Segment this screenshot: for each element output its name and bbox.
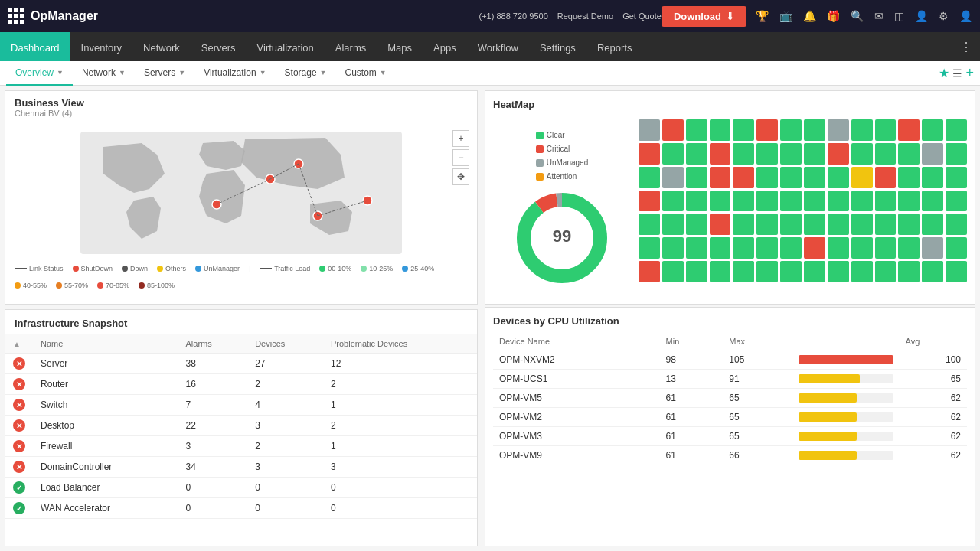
heatmap-cell[interactable] <box>804 167 825 188</box>
phone-number[interactable]: (+1) 888 720 9500 <box>479 11 548 21</box>
heatmap-cell[interactable] <box>780 261 802 282</box>
heatmap-cell[interactable] <box>875 191 897 212</box>
heatmap-cell[interactable] <box>639 143 660 165</box>
table-row[interactable]: OPM-NXVM2 98 105 100 <box>493 350 967 370</box>
settings-icon[interactable]: ⚙ <box>939 10 949 22</box>
subnav-list-icon[interactable]: ☰ <box>952 67 962 80</box>
subnav-network[interactable]: Network▼ <box>73 61 135 86</box>
heatmap-cell[interactable] <box>828 143 849 165</box>
heatmap-cell[interactable] <box>828 214 849 235</box>
heatmap-cell[interactable] <box>946 261 967 282</box>
heatmap-cell[interactable] <box>875 261 897 282</box>
heatmap-cell[interactable] <box>686 261 707 282</box>
heatmap-cell[interactable] <box>733 237 754 259</box>
table-row[interactable]: ✕ Router 16 2 2 <box>5 374 477 395</box>
heatmap-cell[interactable] <box>639 214 660 235</box>
bell-icon[interactable]: 🔔 <box>803 10 816 22</box>
heatmap-cell[interactable] <box>946 191 967 212</box>
heatmap-cell[interactable] <box>756 167 778 188</box>
heatmap-cell[interactable] <box>851 119 873 141</box>
map-zoom-out-button[interactable]: − <box>452 149 469 166</box>
map-fullscreen-button[interactable]: ✥ <box>452 168 469 185</box>
heatmap-cell[interactable] <box>804 119 825 141</box>
heatmap-cell[interactable] <box>946 214 967 235</box>
heatmap-cell[interactable] <box>686 191 707 212</box>
heatmap-cell[interactable] <box>851 214 873 235</box>
nav-network[interactable]: Network <box>132 32 191 61</box>
heatmap-cell[interactable] <box>804 191 825 212</box>
search-icon[interactable]: 🔍 <box>851 10 864 22</box>
heatmap-cell[interactable] <box>804 261 825 282</box>
heatmap-cell[interactable] <box>710 167 731 188</box>
heatmap-cell[interactable] <box>828 119 849 141</box>
table-row[interactable]: ✕ DomainController 34 3 3 <box>5 457 477 478</box>
heatmap-cell[interactable] <box>780 191 802 212</box>
nav-alarms[interactable]: Alarms <box>325 32 377 61</box>
heatmap-cell[interactable] <box>851 237 873 259</box>
nav-more-button[interactable]: ⋮ <box>952 40 980 54</box>
heatmap-cell[interactable] <box>946 237 967 259</box>
heatmap-cell[interactable] <box>898 167 920 188</box>
heatmap-cell[interactable] <box>946 119 967 141</box>
heatmap-cell[interactable] <box>851 261 873 282</box>
heatmap-cell[interactable] <box>898 214 920 235</box>
heatmap-cell[interactable] <box>733 214 754 235</box>
subnav-storage[interactable]: Storage▼ <box>276 61 336 86</box>
subnav-custom[interactable]: Custom▼ <box>336 61 396 86</box>
table-row[interactable]: OPM-VM5 61 65 62 <box>493 389 967 408</box>
heatmap-cell[interactable] <box>756 237 778 259</box>
heatmap-cell[interactable] <box>639 261 660 282</box>
table-row[interactable]: OPM-VM2 61 65 62 <box>493 408 967 427</box>
heatmap-cell[interactable] <box>922 261 943 282</box>
nav-servers[interactable]: Servers <box>191 32 247 61</box>
heatmap-cell[interactable] <box>662 143 684 165</box>
notification-icon[interactable]: ✉ <box>874 10 884 22</box>
heatmap-cell[interactable] <box>686 143 707 165</box>
table-row[interactable]: ✓ Load Balancer 0 0 0 <box>5 478 477 498</box>
heatmap-cell[interactable] <box>686 237 707 259</box>
heatmap-cell[interactable] <box>662 261 684 282</box>
col-alarms[interactable]: Alarms <box>178 334 248 354</box>
subnav-virtualization[interactable]: Virtualization▼ <box>194 61 275 86</box>
map-zoom-in-button[interactable]: + <box>452 130 469 147</box>
heatmap-cell[interactable] <box>662 237 684 259</box>
heatmap-cell[interactable] <box>875 143 897 165</box>
heatmap-cell[interactable] <box>756 119 778 141</box>
heatmap-cell[interactable] <box>710 261 731 282</box>
nav-reports[interactable]: Reports <box>586 32 643 61</box>
monitor-icon[interactable]: 📺 <box>779 10 792 22</box>
heatmap-cell[interactable] <box>710 143 731 165</box>
table-row[interactable]: ✕ Switch 7 4 1 <box>5 395 477 416</box>
subnav-star-icon[interactable]: ★ <box>939 66 949 80</box>
heatmap-cell[interactable] <box>710 119 731 141</box>
heatmap-cell[interactable] <box>946 167 967 188</box>
heatmap-cell[interactable] <box>851 143 873 165</box>
heatmap-cell[interactable] <box>733 191 754 212</box>
heatmap-cell[interactable] <box>922 191 943 212</box>
user-icon[interactable]: 👤 <box>915 10 928 22</box>
heatmap-cell[interactable] <box>875 214 897 235</box>
heatmap-cell[interactable] <box>662 167 684 188</box>
heatmap-cell[interactable] <box>756 143 778 165</box>
heatmap-cell[interactable] <box>756 214 778 235</box>
subnav-servers[interactable]: Servers▼ <box>135 61 194 86</box>
nav-virtualization[interactable]: Virtualization <box>247 32 325 61</box>
heatmap-cell[interactable] <box>780 214 802 235</box>
heatmap-cell[interactable] <box>898 143 920 165</box>
heatmap-cell[interactable] <box>828 237 849 259</box>
heatmap-cell[interactable] <box>639 119 660 141</box>
nav-apps[interactable]: Apps <box>423 32 467 61</box>
gift-icon[interactable]: 🎁 <box>827 10 840 22</box>
heatmap-cell[interactable] <box>780 119 802 141</box>
heatmap-cell[interactable] <box>639 237 660 259</box>
heatmap-cell[interactable] <box>875 119 897 141</box>
heatmap-cell[interactable] <box>922 119 943 141</box>
col-devices[interactable]: Devices <box>247 334 323 354</box>
heatmap-cell[interactable] <box>733 261 754 282</box>
nav-settings[interactable]: Settings <box>529 32 586 61</box>
download-button[interactable]: Download ⇓ <box>662 6 746 27</box>
heatmap-cell[interactable] <box>780 143 802 165</box>
heatmap-cell[interactable] <box>780 167 802 188</box>
sort-icon[interactable]: ▲ <box>13 340 21 348</box>
subnav-add-button[interactable]: + <box>965 65 974 81</box>
